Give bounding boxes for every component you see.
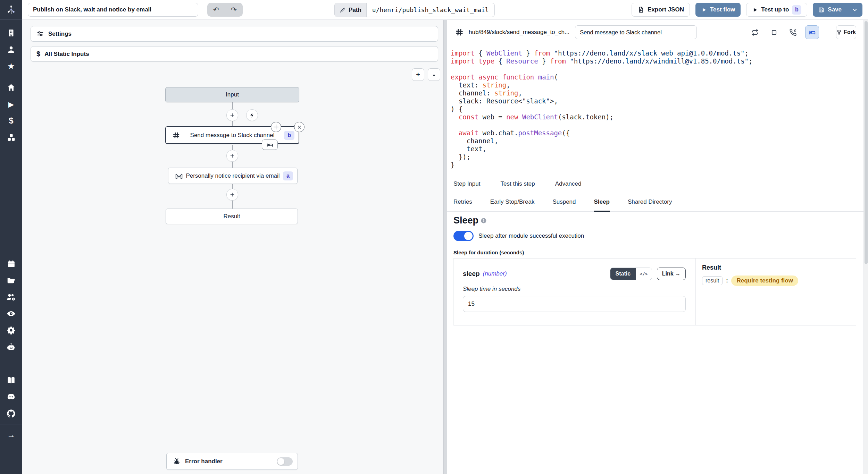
link-button[interactable]: Link → — [657, 268, 686, 280]
right-panel-scrollbar — [863, 20, 868, 474]
docs-book-icon[interactable] — [0, 372, 22, 389]
step-primary-tabs: Step Input Test this step Advanced — [447, 175, 863, 193]
flow-title-input[interactable] — [28, 3, 198, 17]
tab-retries[interactable]: Retries — [453, 193, 472, 212]
trigger-bolt-button[interactable] — [246, 109, 258, 121]
tab-suspend[interactable]: Suspend — [552, 193, 576, 212]
zoom-in-button[interactable]: + — [412, 68, 424, 81]
settings-gear-icon[interactable] — [0, 322, 22, 339]
export-json-button[interactable]: Export JSON — [632, 3, 690, 17]
all-static-inputs-bar[interactable]: $ All Static Inputs — [31, 46, 438, 62]
tab-step-input[interactable]: Step Input — [453, 175, 481, 193]
insert-step-button[interactable] — [226, 150, 238, 162]
info-icon[interactable] — [481, 218, 487, 224]
favorites-star-icon[interactable]: ★ — [0, 58, 22, 75]
folders-icon[interactable] — [0, 272, 22, 289]
test-up-to-button[interactable]: Test up to b — [746, 3, 807, 17]
suspend-button[interactable] — [786, 25, 800, 39]
test-flow-button[interactable]: Test flow — [695, 3, 741, 17]
groups-users-gear-icon[interactable] — [0, 289, 22, 305]
play-icon — [752, 7, 758, 13]
step-id-chip: b — [792, 5, 801, 15]
panel-splitter[interactable] — [443, 20, 447, 474]
sidebar-divider — [0, 77, 22, 77]
windmill-logo[interactable] — [0, 0, 22, 20]
sleep-heading: Sleep — [453, 215, 478, 226]
static-mode-button[interactable]: Static — [610, 268, 636, 280]
error-handler-toggle[interactable] — [277, 457, 293, 466]
tab-test-this-step[interactable]: Test this step — [501, 175, 535, 193]
variables-dollar-icon[interactable]: $ — [0, 112, 22, 129]
lightning-icon — [249, 112, 255, 118]
move-step-handle[interactable] — [271, 122, 281, 132]
close-icon — [297, 125, 302, 130]
zoom-out-button[interactable]: - — [428, 68, 440, 81]
phone-incoming-icon — [789, 28, 797, 36]
plus-icon — [229, 153, 235, 159]
flow-path-value[interactable]: u/henri/publish_slack_wait_mail — [367, 3, 494, 17]
tab-advanced[interactable]: Advanced — [555, 175, 582, 193]
error-handler-node[interactable]: Error handler — [166, 453, 298, 470]
resources-cubes-icon[interactable] — [0, 129, 22, 146]
workers-robot-icon[interactable] — [0, 339, 22, 355]
slack-icon — [172, 131, 180, 139]
save-button[interactable]: Save — [813, 3, 847, 17]
scrollbar-thumb[interactable] — [865, 21, 868, 264]
email-step-node[interactable]: Personally notice recipient via email a — [168, 168, 298, 184]
field-type: (number) — [483, 270, 507, 277]
home-icon[interactable] — [0, 79, 22, 96]
insert-step-button[interactable] — [226, 189, 238, 201]
delete-step-button[interactable] — [294, 122, 304, 132]
code-lines: import { WebClient } from "https://deno.… — [451, 49, 861, 169]
audit-eye-icon[interactable] — [0, 305, 22, 322]
step-id-badge: a — [283, 171, 293, 180]
save-icon — [818, 7, 825, 13]
workspace-building-icon[interactable] — [0, 25, 22, 41]
topbar: ↶ ↷ Path u/henri/publish_slack_wait_mail… — [22, 0, 868, 20]
chevron-down-icon — [851, 6, 858, 13]
plus-icon — [229, 112, 235, 118]
sleep-toggle-label: Sleep after module successful execution — [478, 232, 584, 239]
topbar-actions: Export JSON Test flow Test up to b Save — [632, 3, 862, 17]
sleep-enabled-toggle[interactable] — [453, 231, 474, 241]
tab-sleep[interactable]: Sleep — [594, 193, 610, 212]
user-icon[interactable] — [0, 41, 22, 58]
flow-settings-bar[interactable]: Settings — [31, 26, 438, 42]
tab-shared-directory[interactable]: Shared Directory — [628, 193, 672, 212]
repeat-icon — [751, 28, 759, 36]
fork-button[interactable]: Fork — [836, 25, 856, 39]
field-name: sleep — [463, 270, 480, 278]
code-editor[interactable]: import { WebClient } from "https://deno.… — [447, 45, 863, 175]
result-preview-cell: Result result : Require testing flow — [696, 259, 856, 325]
discord-icon[interactable] — [0, 389, 22, 405]
collapse-arrow-icon[interactable]: → — [0, 426, 22, 443]
input-node[interactable]: Input — [165, 87, 299, 102]
step-summary-input[interactable] — [575, 25, 697, 39]
edit-path-button[interactable]: Path — [335, 3, 367, 17]
result-node[interactable]: Result — [166, 209, 298, 224]
windmill-flow-editor: ★ ▶ $ — [0, 0, 868, 474]
sleep-toggle-button[interactable] — [805, 25, 819, 39]
play-icon — [701, 7, 707, 13]
schedules-calendar-icon[interactable] — [0, 255, 22, 272]
tab-early-stop[interactable]: Early Stop/Break — [490, 193, 535, 212]
runs-play-icon[interactable]: ▶ — [0, 96, 22, 112]
undo-button[interactable]: ↶ — [210, 6, 222, 14]
field-description: Sleep time in seconds — [463, 286, 686, 293]
result-heading: Result — [702, 264, 850, 271]
save-menu-button[interactable] — [847, 3, 862, 17]
flow-graph-panel: Settings $ All Static Inputs + - Input — [22, 20, 443, 474]
early-stop-button[interactable] — [767, 25, 781, 39]
sleep-indicator-chip[interactable] — [262, 139, 278, 150]
move-icon — [273, 124, 279, 130]
redo-button[interactable]: ↷ — [228, 6, 240, 14]
step-feature-icons — [748, 25, 819, 39]
sleep-form: sleep (number) Static </> Link → Sleep t… — [453, 258, 856, 325]
stop-square-icon — [770, 29, 778, 36]
code-mode-button[interactable]: </> — [636, 268, 651, 280]
insert-step-button[interactable] — [226, 109, 238, 121]
hub-script-path[interactable]: hub/849/slack/send_message_to_ch... — [469, 29, 569, 36]
retries-toggle-button[interactable] — [748, 25, 762, 39]
github-icon[interactable] — [0, 405, 22, 422]
sleep-seconds-input[interactable] — [463, 296, 686, 312]
